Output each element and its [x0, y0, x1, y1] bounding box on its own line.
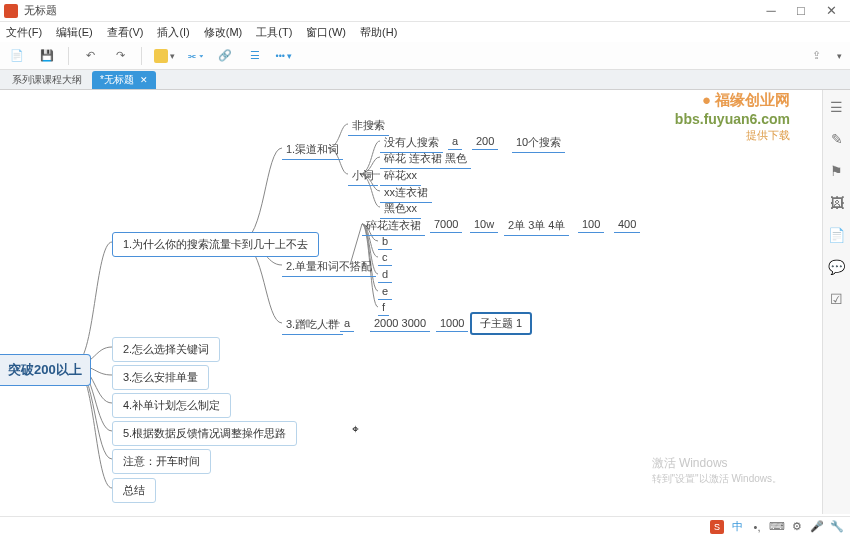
- watermark: ●福缘创业网 bbs.fuyuan6.com 提供下载: [675, 90, 790, 142]
- node[interactable]: a: [448, 133, 462, 150]
- node[interactable]: 7000: [430, 216, 462, 233]
- node[interactable]: c: [378, 249, 392, 266]
- menu-help[interactable]: 帮助(H): [360, 25, 397, 40]
- menu-file[interactable]: 文件(F): [6, 25, 42, 40]
- tray-mic-icon[interactable]: 🎤: [810, 520, 824, 534]
- maximize-button[interactable]: □: [786, 1, 816, 21]
- minimize-button[interactable]: ─: [756, 1, 786, 21]
- node-crowd[interactable]: 3.蹭吃人群: [282, 315, 343, 335]
- node[interactable]: 2单 3单 4单: [504, 216, 569, 236]
- color-picker[interactable]: ▾: [154, 49, 175, 63]
- tray-keyboard-icon[interactable]: ⌨: [770, 520, 784, 534]
- menu-insert[interactable]: 插入(I): [157, 25, 189, 40]
- more-tools[interactable]: ••• ▾: [276, 51, 293, 61]
- tab-untitled[interactable]: *无标题✕: [92, 71, 156, 89]
- link-icon[interactable]: 🔗: [216, 47, 234, 65]
- toolbar-menu[interactable]: ▾: [837, 51, 842, 61]
- menu-window[interactable]: 窗口(W): [306, 25, 346, 40]
- redo-icon[interactable]: ↷: [111, 47, 129, 65]
- tray-tool-icon[interactable]: 🔧: [830, 520, 844, 534]
- menu-modify[interactable]: 修改(M): [204, 25, 243, 40]
- undo-icon[interactable]: ↶: [81, 47, 99, 65]
- node[interactable]: 碎花连衣裙: [362, 216, 425, 236]
- task-icon[interactable]: ☑: [828, 290, 846, 308]
- separator: [141, 47, 142, 65]
- node[interactable]: b: [378, 233, 392, 250]
- node-keyword[interactable]: 2.怎么选择关键词: [112, 337, 220, 362]
- node[interactable]: d: [378, 266, 392, 283]
- node-mismatch[interactable]: 2.单量和词不搭配: [282, 257, 376, 277]
- activate-sub: 转到"设置"以激活 Windows。: [652, 472, 782, 486]
- windows-activation-watermark: 激活 Windows 转到"设置"以激活 Windows。: [652, 455, 782, 486]
- node[interactable]: 200: [472, 133, 498, 150]
- tab-close-icon[interactable]: ✕: [140, 75, 148, 85]
- watermark-title: 福缘创业网: [715, 91, 790, 108]
- tray-char-icon[interactable]: •,: [750, 520, 764, 534]
- tab-course-outline[interactable]: 系列课课程大纲: [4, 71, 90, 89]
- new-file-icon[interactable]: 📄: [8, 47, 26, 65]
- image-icon[interactable]: 🖼: [828, 194, 846, 212]
- format-icon[interactable]: ✎: [828, 130, 846, 148]
- close-button[interactable]: ✕: [816, 1, 846, 21]
- tab-label: *无标题: [100, 73, 134, 87]
- node[interactable]: 2000 3000: [370, 315, 430, 332]
- root-node[interactable]: 突破200以上: [0, 354, 91, 386]
- node-feedback[interactable]: 5.根据数据反馈情况调整操作思路: [112, 421, 297, 446]
- node[interactable]: 1000: [436, 315, 468, 332]
- node-plan[interactable]: 4.补单计划怎么制定: [112, 393, 231, 418]
- node-volume[interactable]: 3.怎么安排单量: [112, 365, 209, 390]
- mouse-cursor: ⌖: [352, 422, 359, 436]
- title-bar: 无标题 ─ □ ✕: [0, 0, 850, 22]
- share-icon[interactable]: ⇪: [807, 47, 825, 65]
- comment-icon[interactable]: 💬: [828, 258, 846, 276]
- node-channel[interactable]: 1.渠道和词: [282, 140, 343, 160]
- node-smallword[interactable]: 小词: [348, 166, 378, 186]
- watermark-sub: 提供下载: [675, 128, 790, 142]
- node[interactable]: 100: [578, 216, 604, 233]
- tab-label: 系列课课程大纲: [12, 73, 82, 87]
- node[interactable]: 10个搜索: [512, 133, 565, 153]
- menu-tools[interactable]: 工具(T): [256, 25, 292, 40]
- right-sidebar: ☰ ✎ ⚑ 🖼 📄 💬 ☑: [822, 90, 850, 514]
- node[interactable]: e: [378, 283, 392, 300]
- tab-bar: 系列课课程大纲 *无标题✕: [0, 70, 850, 90]
- node[interactable]: f: [378, 299, 389, 316]
- node-reason[interactable]: 1.为什么你的搜索流量卡到几十上不去: [112, 232, 319, 257]
- tray-settings-icon[interactable]: ⚙: [790, 520, 804, 534]
- link-tool[interactable]: ⫘ ▾: [187, 51, 204, 61]
- ime-icon[interactable]: S: [710, 520, 724, 534]
- node[interactable]: 10w: [470, 216, 498, 233]
- system-tray: S 中 •, ⌨ ⚙ 🎤 🔧: [0, 516, 850, 536]
- note-icon[interactable]: 📄: [828, 226, 846, 244]
- node[interactable]: 400: [614, 216, 640, 233]
- node-attention[interactable]: 注意：开车时间: [112, 449, 211, 474]
- menu-view[interactable]: 查看(V): [107, 25, 144, 40]
- node-subtopic-selected[interactable]: 子主题 1: [470, 312, 532, 335]
- marker-icon[interactable]: ⚑: [828, 162, 846, 180]
- separator: [68, 47, 69, 65]
- node[interactable]: a: [340, 315, 354, 332]
- watermark-url: bbs.fuyuan6.com: [675, 110, 790, 128]
- toolbar: 📄 💾 ↶ ↷ ▾ ⫘ ▾ 🔗 ☰ ••• ▾ ⇪ ▾: [0, 42, 850, 70]
- app-icon: [4, 4, 18, 18]
- outline-icon[interactable]: ☰: [828, 98, 846, 116]
- menu-bar: 文件(F) 编辑(E) 查看(V) 插入(I) 修改(M) 工具(T) 窗口(W…: [0, 22, 850, 42]
- window-title: 无标题: [24, 3, 756, 18]
- menu-edit[interactable]: 编辑(E): [56, 25, 93, 40]
- activate-title: 激活 Windows: [652, 455, 782, 472]
- tray-lang-icon[interactable]: 中: [730, 520, 744, 534]
- node-summary[interactable]: 总结: [112, 478, 156, 503]
- list-icon[interactable]: ☰: [246, 47, 264, 65]
- save-icon[interactable]: 💾: [38, 47, 56, 65]
- mindmap-canvas[interactable]: 突破200以上 1.为什么你的搜索流量卡到几十上不去 2.怎么选择关键词 3.怎…: [0, 90, 822, 514]
